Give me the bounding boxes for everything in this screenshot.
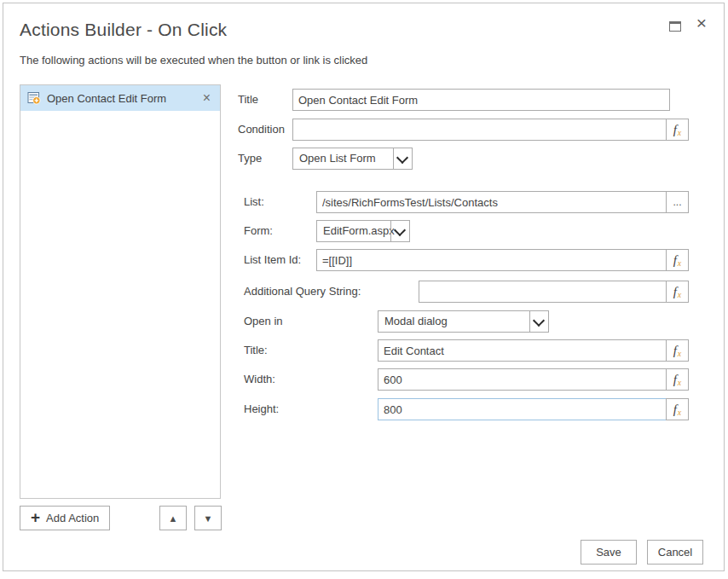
form-label: Form: <box>244 224 273 237</box>
list-browse-button[interactable]: ... <box>666 191 689 213</box>
maximize-icon[interactable] <box>669 21 681 32</box>
fx-icon: f <box>673 124 677 136</box>
list-input[interactable] <box>316 191 667 213</box>
height-label: Height: <box>244 402 279 415</box>
add-action-button[interactable]: + Add Action <box>20 506 110 530</box>
dialog-title-input[interactable] <box>378 339 667 362</box>
form-select[interactable]: EditForm.aspx <box>316 220 410 242</box>
list-item-id-formula-button[interactable]: fx <box>666 249 689 271</box>
additional-query-string-input[interactable] <box>419 281 667 303</box>
arrow-up-icon: ▲ <box>169 513 178 524</box>
condition-formula-button[interactable]: fx <box>666 119 689 141</box>
action-item-label: Open Contact Edit Form <box>47 92 166 105</box>
move-action-down-button[interactable]: ▼ <box>194 506 222 530</box>
save-button[interactable]: Save <box>581 540 637 565</box>
list-item-id-input[interactable] <box>316 249 667 271</box>
fx-icon: f <box>673 403 677 416</box>
chevron-down-icon <box>529 311 548 332</box>
title-input[interactable] <box>292 89 670 111</box>
open-in-label: Open in <box>244 315 283 327</box>
form-select-value: EditForm.aspx <box>323 221 395 241</box>
width-formula-button[interactable]: fx <box>666 368 689 391</box>
remove-action-icon[interactable]: × <box>200 90 213 107</box>
actions-builder-dialog: Actions Builder - On Click × The followi… <box>3 3 725 571</box>
fx-icon: f <box>673 345 677 357</box>
width-input[interactable] <box>378 368 667 391</box>
condition-label: Condition <box>238 123 285 136</box>
fx-icon: f <box>673 254 677 267</box>
dialog-title: Actions Builder - On Click <box>20 20 227 40</box>
fx-icon: f <box>673 373 677 386</box>
height-formula-button[interactable]: fx <box>666 398 689 420</box>
open-list-form-action-icon <box>27 91 41 105</box>
open-in-select-value: Modal dialog <box>384 311 448 332</box>
actions-list-panel: Open Contact Edit Form × <box>20 84 221 499</box>
open-in-select[interactable]: Modal dialog <box>378 310 549 333</box>
list-item-id-label: List Item Id: <box>244 253 301 266</box>
close-icon[interactable]: × <box>690 12 713 34</box>
cancel-button[interactable]: Cancel <box>647 540 703 565</box>
additional-query-string-label: Additional Query String: <box>244 285 361 298</box>
type-select-value: Open List Form <box>299 148 376 169</box>
type-label: Type <box>238 152 262 165</box>
title-label: Title <box>238 93 258 106</box>
move-action-up-button[interactable]: ▲ <box>159 506 187 530</box>
plus-icon: + <box>31 509 40 525</box>
height-input[interactable] <box>378 398 667 420</box>
width-label: Width: <box>244 373 275 385</box>
type-select[interactable]: Open List Form <box>292 148 413 170</box>
condition-input[interactable] <box>292 119 667 141</box>
arrow-down-icon: ▼ <box>204 513 213 524</box>
chevron-down-icon <box>390 221 409 241</box>
dialog-title-label: Title: <box>244 344 268 356</box>
additional-query-string-formula-button[interactable]: fx <box>666 281 689 303</box>
dialog-title-formula-button[interactable]: fx <box>666 339 689 362</box>
dialog-subtitle: The following actions will be executed w… <box>20 54 367 67</box>
action-list-item[interactable]: Open Contact Edit Form × <box>20 85 220 111</box>
add-action-label: Add Action <box>46 512 99 524</box>
list-label: List: <box>244 195 264 208</box>
chevron-down-icon <box>393 148 412 169</box>
fx-icon: f <box>673 286 677 298</box>
